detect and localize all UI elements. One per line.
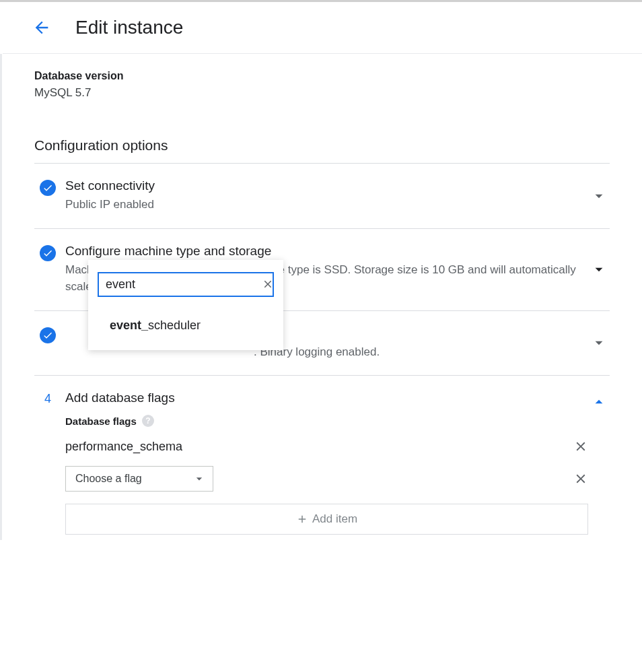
select-placeholder: Choose a flag xyxy=(75,473,142,485)
remove-flag-icon[interactable] xyxy=(573,439,588,454)
db-version-value: MySQL 5.7 xyxy=(34,86,610,100)
database-flags-label: Database flags xyxy=(65,415,137,427)
option-title: Set connectivity xyxy=(65,178,588,193)
step-number: 4 xyxy=(40,392,56,406)
expand-icon[interactable] xyxy=(588,334,610,351)
check-circle-icon xyxy=(40,180,56,196)
option-subtitle: Public IP enabled xyxy=(65,196,588,213)
plus-icon xyxy=(296,513,308,525)
back-arrow-icon[interactable] xyxy=(32,18,51,37)
flag-row-new: Choose a flag xyxy=(65,466,588,492)
chevron-down-icon xyxy=(192,472,206,485)
clear-icon[interactable] xyxy=(262,278,274,290)
expand-icon[interactable] xyxy=(588,261,610,278)
page-title: Edit instance xyxy=(75,17,183,38)
option-title: Add database flags xyxy=(65,391,588,405)
flag-name: performance_schema xyxy=(65,440,182,454)
config-options-heading: Configuration options xyxy=(34,137,610,154)
choose-flag-select[interactable]: Choose a flag xyxy=(65,466,213,492)
remove-flag-icon[interactable] xyxy=(573,471,588,486)
flag-row-performance-schema: performance_schema xyxy=(65,439,588,454)
autocomplete-input-wrap[interactable] xyxy=(98,272,274,297)
autocomplete-popup: event_scheduler xyxy=(88,260,283,350)
collapse-icon[interactable] xyxy=(588,393,610,411)
check-circle-icon xyxy=(40,327,56,343)
expand-icon[interactable] xyxy=(588,187,610,205)
option-database-flags: 4 Add database flags Database flags ? pe… xyxy=(34,376,610,540)
option-title: Configure machine type and storage xyxy=(65,244,588,259)
check-circle-icon xyxy=(40,245,56,261)
option-connectivity[interactable]: Set connectivity Public IP enabled xyxy=(34,164,610,229)
add-item-button[interactable]: Add item xyxy=(65,504,588,535)
page-header: Edit instance xyxy=(0,2,642,53)
option-machine-type[interactable]: Configure machine type and storage Machi… xyxy=(34,229,610,311)
help-icon[interactable]: ? xyxy=(142,415,154,427)
flag-search-input[interactable] xyxy=(106,277,262,292)
autocomplete-suggestion[interactable]: event_scheduler xyxy=(88,312,283,339)
db-version-label: Database version xyxy=(34,70,610,82)
